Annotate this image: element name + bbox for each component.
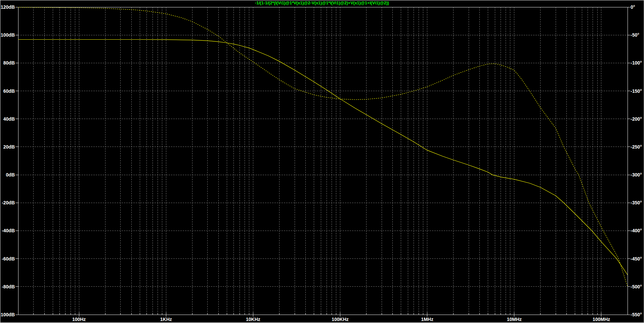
y-right-label: 0° <box>631 4 635 10</box>
y-right-label: -100° <box>631 60 642 66</box>
waveform-viewer-window: -1/(1-1/(2*(I(Vi1)@1*V(x1)@2-V(x1)@1*I(V… <box>0 0 644 323</box>
y-left-label: 20dB <box>3 144 15 150</box>
y-left-label: -60dB <box>2 256 15 261</box>
x-axis-label: 1MHz <box>421 317 433 322</box>
y-left-label: -40dB <box>2 228 15 233</box>
y-left-label: -20dB <box>2 200 15 205</box>
x-axis-label: 100KHz <box>332 317 349 322</box>
x-axis-label: 100Hz <box>72 317 86 322</box>
magnitude-trace <box>18 40 628 275</box>
y-right-label: -250° <box>631 144 642 150</box>
y-right-label: -150° <box>631 88 642 94</box>
y-right-label: -50° <box>631 32 639 38</box>
x-axis-label: 10MHz <box>507 317 522 322</box>
bode-plot-canvas: 100Hz1KHz10KHz100KHz1MHz10MHz100MHz120dB… <box>0 0 644 323</box>
y-left-label: 80dB <box>3 60 15 66</box>
y-left-label: 40dB <box>3 116 15 122</box>
y-left-label: 100dB <box>1 32 15 38</box>
plot-frame plot-area[interactable] <box>18 7 628 315</box>
y-left-label: 120dB <box>1 4 15 10</box>
y-right-label: -200° <box>631 116 642 122</box>
y-left-label: 60dB <box>3 88 15 94</box>
y-right-label: -550° <box>631 312 642 317</box>
y-right-label: -300° <box>631 172 642 177</box>
y-left-label: -100dB <box>0 312 15 317</box>
y-right-label: -450° <box>631 256 642 261</box>
y-left-label: -80dB <box>2 284 15 289</box>
x-axis-label: 1KHz <box>160 317 172 322</box>
y-right-label: -350° <box>631 200 642 205</box>
y-right-label: -400° <box>631 228 642 233</box>
x-axis-label: 100MHz <box>593 317 610 322</box>
y-right-label: -500° <box>631 284 642 289</box>
x-axis-label: 10KHz <box>246 317 260 322</box>
y-left-label: 0dB <box>6 172 15 177</box>
